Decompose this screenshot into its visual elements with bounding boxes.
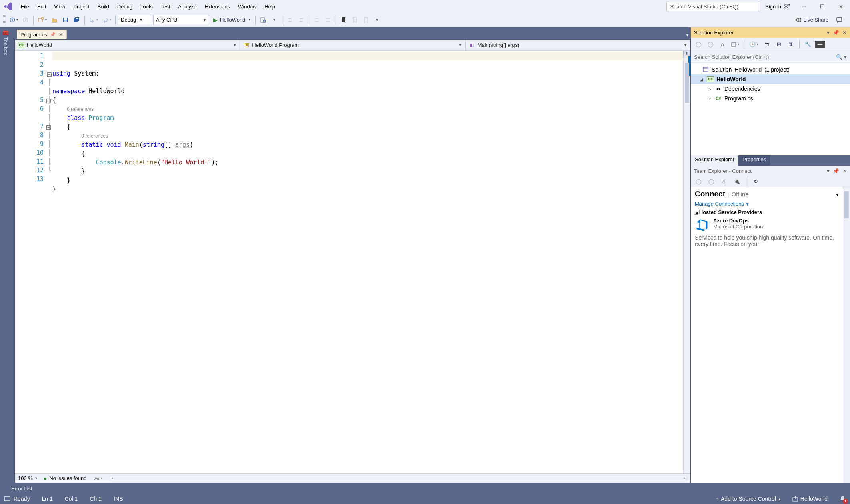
menu-view[interactable]: View: [50, 2, 69, 11]
connect-dropdown-icon[interactable]: ▾: [836, 192, 839, 198]
menu-tools[interactable]: Tools: [136, 2, 156, 11]
feedback-icon[interactable]: [834, 15, 844, 25]
nav-class-dropdown[interactable]: 🞕 HelloWorld.Program▼: [240, 40, 465, 50]
hosted-providers-header[interactable]: ◢ Hosted Service Providers: [695, 209, 839, 215]
start-debug-button[interactable]: ▶ HelloWorld: [210, 15, 253, 25]
bookmark-icon[interactable]: [338, 15, 349, 25]
split-editor-icon[interactable]: ⬍: [683, 51, 690, 56]
nav-project-dropdown[interactable]: C# HelloWorld▼: [15, 40, 240, 50]
menu-build[interactable]: Build: [94, 2, 113, 11]
status-char[interactable]: Ch 1: [90, 496, 102, 502]
manage-connections-link[interactable]: Manage Connections: [695, 201, 744, 207]
save-button[interactable]: [60, 15, 71, 25]
editor-vertical-scrollbar[interactable]: ⬍: [683, 51, 690, 473]
svg-rect-10: [76, 18, 78, 19]
quick-launch-search[interactable]: Search Visual Studio (Ctrl+Q): [666, 2, 760, 11]
tree-file-node[interactable]: ▷ C# Program.cs: [691, 94, 850, 103]
tree-solution-node[interactable]: Solution 'HelloWorld' (1 project): [691, 65, 850, 74]
te-connect-icon[interactable]: 🔌: [732, 176, 742, 187]
panel-close-icon[interactable]: ✕: [842, 168, 847, 174]
tab-properties[interactable]: Properties: [738, 155, 770, 166]
te-refresh-icon[interactable]: ↻: [750, 176, 761, 187]
solution-platform-dropdown[interactable]: Any CPU▼: [153, 15, 209, 25]
te-forward-icon: ◯: [706, 176, 716, 187]
menu-file[interactable]: File: [17, 2, 33, 11]
expander-closed-icon[interactable]: ▷: [707, 87, 712, 91]
se-refresh-icon[interactable]: ⊞: [774, 39, 784, 50]
class-icon: 🞕: [243, 42, 250, 48]
expander-closed-icon[interactable]: ▷: [707, 96, 712, 101]
tree-project-node[interactable]: ◢ C# HelloWorld: [691, 74, 850, 84]
svg-point-1: [10, 18, 15, 22]
menu-edit[interactable]: Edit: [33, 2, 50, 11]
team-explorer-title-bar[interactable]: Team Explorer - Connect ▾ 📌 ✕: [691, 166, 850, 176]
error-list-tab[interactable]: Error List: [0, 483, 850, 494]
code-editor[interactable]: using System; namespace HelloWorld { 0 r…: [52, 51, 683, 473]
menu-project[interactable]: Project: [69, 2, 93, 11]
solution-explorer-title-bar[interactable]: Solution Explorer ▾ 📌 ✕: [691, 27, 850, 38]
zoom-dropdown[interactable]: 100 %▼: [18, 475, 38, 481]
add-source-control-button[interactable]: ↑ Add to Source Control ▴: [716, 496, 780, 502]
menu-window[interactable]: Window: [234, 2, 260, 11]
window-maximize-button[interactable]: ☐: [813, 0, 832, 12]
se-history-icon[interactable]: 🕓: [748, 39, 760, 50]
se-sync-icon[interactable]: ⇆: [762, 39, 772, 50]
redo-button[interactable]: [100, 15, 113, 25]
pin-icon[interactable]: 📌: [50, 32, 56, 37]
fold-gutter[interactable]: −│││−│││−││││└: [46, 51, 52, 473]
new-item-button[interactable]: [36, 15, 48, 25]
menu-help[interactable]: Help: [260, 2, 279, 11]
panel-menu-icon[interactable]: ▾: [827, 30, 830, 36]
solution-config-dropdown[interactable]: Debug▼: [118, 15, 152, 25]
se-preview-icon[interactable]: —: [815, 41, 825, 48]
open-file-button[interactable]: [49, 15, 60, 25]
status-ins[interactable]: INS: [114, 496, 123, 502]
sign-in-button[interactable]: Sign in: [760, 2, 795, 11]
se-properties-icon[interactable]: 🔧: [803, 39, 813, 50]
save-all-button[interactable]: [72, 15, 82, 25]
find-in-files-icon[interactable]: [258, 15, 268, 25]
window-close-button[interactable]: ✕: [832, 0, 850, 12]
status-line[interactable]: Ln 1: [42, 496, 52, 502]
azure-devops-label[interactable]: Azure DevOps: [713, 218, 763, 224]
window-minimize-button[interactable]: ─: [795, 0, 813, 12]
menu-analyze[interactable]: Analyze: [174, 2, 200, 11]
se-home-icon[interactable]: ⌂: [717, 39, 728, 50]
team-explorer-scrollbar[interactable]: [843, 187, 850, 483]
te-home-icon[interactable]: ⌂: [719, 176, 729, 187]
menu-debug[interactable]: Debug: [113, 2, 136, 11]
status-col[interactable]: Col 1: [65, 496, 78, 502]
solution-explorer-search[interactable]: Search Solution Explorer (Ctrl+;) 🔍 ▾: [691, 51, 850, 63]
comment-icon: [312, 15, 322, 25]
document-tab-program[interactable]: Program.cs 📌 ✕: [17, 30, 67, 39]
active-files-dropdown-icon[interactable]: ▾: [684, 30, 691, 39]
solution-tree[interactable]: Solution 'HelloWorld' (1 project) ◢ C# H…: [691, 63, 850, 155]
toolbar-more-icon[interactable]: ▾: [269, 15, 280, 25]
nav-member-dropdown[interactable]: ◧ Main(string[] args)▼: [466, 40, 690, 50]
toolbar-grip-icon[interactable]: [3, 15, 6, 25]
undo-button[interactable]: [87, 15, 100, 25]
tab-close-icon[interactable]: ✕: [59, 32, 63, 38]
expander-open-icon[interactable]: ◢: [699, 77, 704, 82]
notifications-button[interactable]: 1: [840, 495, 846, 503]
panel-close-icon[interactable]: ✕: [842, 30, 847, 36]
editor-horizontal-scrollbar[interactable]: [110, 476, 688, 481]
panel-pin-icon[interactable]: 📌: [833, 168, 839, 174]
tree-dependencies-node[interactable]: ▷ ▪▪ Dependencies: [691, 84, 850, 94]
solution-explorer-toolbar: ◯ ◯ ⌂ 🕓 ⇆ ⊞ 🗐 🔧 —: [691, 38, 850, 51]
menu-test[interactable]: Test: [156, 2, 174, 11]
menu-bar: File Edit View Project Build Debug Tools…: [0, 0, 850, 13]
status-project[interactable]: HelloWorld: [792, 496, 828, 502]
issues-indicator[interactable]: ● No issues found: [44, 475, 87, 482]
se-scope-icon[interactable]: [729, 39, 741, 50]
se-show-all-icon[interactable]: 🗐: [786, 39, 796, 50]
live-share-button[interactable]: Live Share: [792, 15, 831, 25]
tab-solution-explorer[interactable]: Solution Explorer: [691, 155, 738, 166]
menu-extensions[interactable]: Extensions: [201, 2, 234, 11]
panel-pin-icon[interactable]: 📌: [833, 30, 839, 36]
nav-back-button[interactable]: [8, 15, 20, 25]
health-indicator-dropdown[interactable]: [92, 473, 104, 484]
toolbox-sidebar-tab[interactable]: 🧰 Toolbox: [0, 27, 11, 483]
toolbar-overflow-icon[interactable]: ▾: [372, 15, 382, 25]
panel-menu-icon[interactable]: ▾: [827, 168, 830, 174]
